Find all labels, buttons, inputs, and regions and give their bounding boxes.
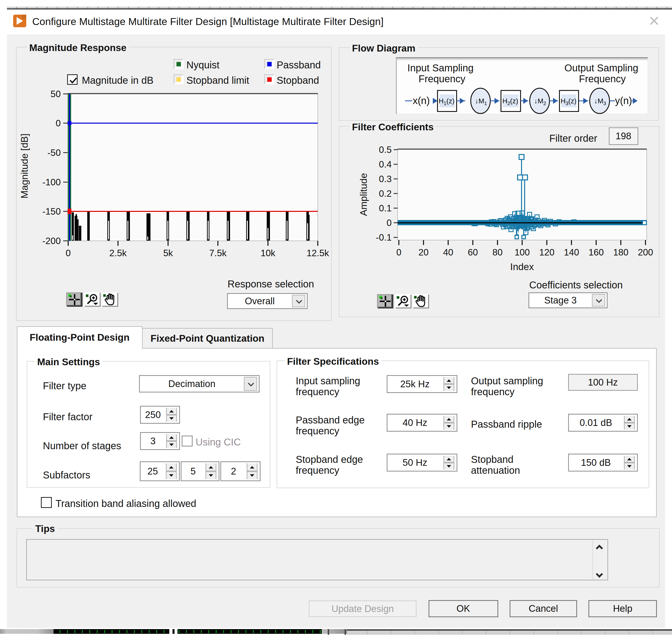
svg-text:Frequency: Frequency — [419, 73, 466, 84]
svg-text:H1(z): H1(z) — [439, 97, 454, 106]
svg-text:H2(z): H2(z) — [502, 97, 518, 106]
svg-text:Amplitude: Amplitude — [358, 173, 369, 216]
svg-text:0: 0 — [386, 218, 392, 228]
svg-text:140: 140 — [564, 247, 579, 258]
svg-text:12.5k: 12.5k — [306, 248, 329, 258]
svg-text:0.4: 0.4 — [379, 159, 392, 170]
svg-text:180: 180 — [613, 247, 629, 258]
svg-text:0.1: 0.1 — [379, 203, 392, 213]
svg-text:Input Sampling: Input Sampling — [408, 62, 474, 73]
svg-text:60: 60 — [468, 247, 478, 258]
svg-text:80: 80 — [492, 247, 502, 258]
svg-text:H3(z): H3(z) — [560, 97, 576, 106]
svg-text:-50: -50 — [47, 148, 61, 158]
svg-text:0.5: 0.5 — [379, 145, 392, 155]
svg-text:100: 100 — [515, 247, 530, 258]
svg-text:-0.1: -0.1 — [376, 232, 392, 243]
svg-text:-150: -150 — [42, 206, 61, 217]
svg-text:Magnitude [dB]: Magnitude [dB] — [20, 133, 30, 199]
svg-text:200: 200 — [638, 247, 653, 258]
svg-text:Frequency: Frequency — [579, 73, 626, 84]
svg-text:10k: 10k — [260, 248, 275, 258]
svg-text:x(n): x(n) — [413, 95, 430, 106]
svg-text:0: 0 — [66, 248, 71, 258]
svg-text:40: 40 — [443, 247, 453, 258]
svg-text:0.3: 0.3 — [379, 174, 392, 184]
svg-text:20: 20 — [418, 247, 429, 258]
svg-text:120: 120 — [539, 247, 555, 258]
svg-text:5k: 5k — [163, 248, 173, 258]
svg-text:-200: -200 — [42, 236, 61, 246]
svg-text:7.5k: 7.5k — [209, 248, 227, 258]
svg-text:y(n): y(n) — [615, 95, 632, 106]
svg-text:0: 0 — [396, 247, 402, 258]
svg-text:0: 0 — [56, 118, 61, 128]
svg-text:2.5k: 2.5k — [109, 248, 127, 258]
svg-text:Index: Index — [510, 261, 534, 272]
svg-text:50: 50 — [51, 89, 61, 99]
svg-text:-100: -100 — [42, 177, 61, 187]
svg-text:Output Sampling: Output Sampling — [564, 62, 638, 73]
svg-text:0.2: 0.2 — [379, 189, 392, 199]
svg-text:160: 160 — [588, 247, 604, 258]
